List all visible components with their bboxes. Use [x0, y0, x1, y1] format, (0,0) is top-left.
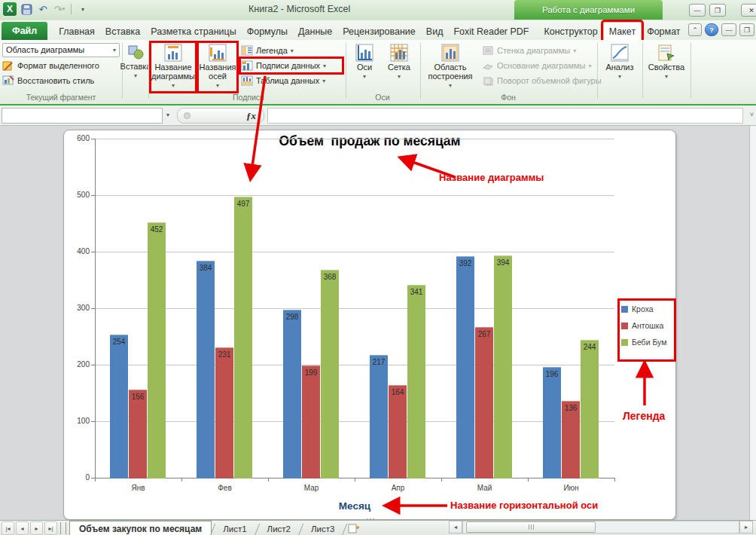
bar-антошка-июн[interactable]: [562, 401, 580, 478]
data-labels-button[interactable]: Подписи данных▾: [241, 59, 342, 72]
help-icon[interactable]: ?: [705, 23, 718, 36]
analysis-button[interactable]: Анализ ▾: [600, 43, 639, 81]
chart-element-selector[interactable]: Область диаграммы▾: [2, 43, 120, 57]
tab-макет[interactable]: Макет: [603, 22, 642, 40]
collapse-ribbon-icon[interactable]: ⌃: [688, 23, 702, 36]
scroll-right-icon[interactable]: ▸: [739, 521, 753, 533]
bar-беби-бум-июн[interactable]: [581, 340, 599, 478]
formula-input[interactable]: [267, 108, 743, 124]
axis-titles-button[interactable]: Названия осей ▾: [199, 43, 236, 91]
bar-кроха-фев[interactable]: [197, 261, 215, 478]
sheet-tab-лист3[interactable]: Лист3: [302, 521, 343, 535]
plot-area[interactable]: 0100200300400500600Янв254156452Фев384231…: [64, 130, 675, 519]
scroll-left-icon[interactable]: ◂: [449, 521, 462, 533]
chart-floor-button: Основание диаграммы▾: [482, 59, 591, 72]
gridline: [95, 195, 614, 196]
name-box[interactable]: [2, 108, 163, 124]
doc-minimize-button[interactable]: —: [721, 23, 736, 36]
vertical-scrollbar[interactable]: [749, 126, 756, 520]
quick-access-toolbar: X ↶ ↷▾ ▾: [3, 2, 90, 16]
bar-беби-бум-апр[interactable]: [407, 285, 425, 478]
bar-беби-бум-фев[interactable]: [234, 197, 252, 478]
data-table-button[interactable]: Таблица данных▾: [241, 74, 325, 87]
horizontal-scrollbar[interactable]: ◂ ▸: [449, 521, 753, 533]
tab-разметка-страницы[interactable]: Разметка страницы: [145, 23, 241, 40]
tab-главная[interactable]: Главная: [53, 23, 100, 40]
tab-вид[interactable]: Вид: [421, 23, 449, 40]
y-axis-tick-label: 0: [64, 473, 90, 482]
sheet-tab-лист1[interactable]: Лист1: [214, 521, 255, 535]
bar-кроха-май[interactable]: [456, 256, 474, 478]
close-button[interactable]: ✕: [741, 4, 756, 17]
x-axis-title[interactable]: Месяц: [320, 500, 389, 512]
tab-рецензирование[interactable]: Рецензирование: [337, 23, 421, 40]
bar-кроха-мар[interactable]: [283, 310, 301, 479]
chart-object[interactable]: Объем продаж по месяцам 0100200300400500…: [63, 130, 676, 520]
scrollbar-track[interactable]: [462, 521, 739, 533]
customize-qat-icon[interactable]: ▾: [76, 2, 90, 16]
gridline: [95, 139, 614, 139]
group-label-axes: Оси: [346, 93, 419, 102]
prev-sheet-icon[interactable]: ◂: [16, 521, 29, 535]
reset-style-button[interactable]: Восстановить стиль: [2, 74, 94, 87]
bar-беби-бум-янв[interactable]: [148, 222, 166, 478]
save-icon[interactable]: [20, 2, 33, 16]
legend-button[interactable]: Легенда▾: [241, 44, 294, 57]
tab-формат[interactable]: Формат: [642, 23, 685, 40]
excel-logo-icon[interactable]: X: [3, 2, 17, 16]
gridlines-button[interactable]: Сетка ▾: [383, 43, 416, 81]
tab-формулы[interactable]: Формулы: [242, 23, 293, 40]
tab-данные[interactable]: Данные: [293, 23, 337, 40]
insert-button[interactable]: Вставка ▾: [123, 42, 148, 81]
minimize-button[interactable]: —: [689, 4, 706, 17]
group-label-background: Фон: [420, 93, 596, 102]
last-sheet-icon[interactable]: ▸|: [44, 521, 57, 535]
plot-area-icon: [440, 43, 460, 63]
next-sheet-icon[interactable]: ▸: [30, 521, 43, 535]
formula-bar-handle[interactable]: [184, 112, 191, 119]
sheet-tab-лист2[interactable]: Лист2: [258, 521, 300, 535]
data-label: 136: [558, 404, 584, 412]
chart-wall-icon: [482, 44, 494, 57]
bar-антошка-мар[interactable]: [302, 365, 320, 478]
tab-strip: ГлавнаяВставкаРазметка страницыФормулыДа…: [53, 22, 685, 40]
data-label: 341: [404, 288, 429, 296]
bar-антошка-фев[interactable]: [215, 347, 233, 478]
expand-formula-bar-icon[interactable]: ˅: [750, 111, 754, 118]
doc-restore-button[interactable]: ❐: [739, 23, 754, 36]
data-label: 231: [212, 350, 237, 359]
bar-антошка-апр[interactable]: [389, 385, 407, 478]
sheet-tab-объем-закупок-по-месяцам[interactable]: Объем закупок по месяцам: [69, 521, 212, 535]
chart-title-button[interactable]: Название диаграммы ▾: [151, 43, 195, 91]
tab-вставка[interactable]: Вставка: [100, 23, 145, 40]
axes-button[interactable]: Оси ▾: [349, 43, 380, 81]
bar-беби-бум-мар[interactable]: [321, 270, 339, 478]
gridlines-icon: [389, 43, 409, 63]
first-sheet-icon[interactable]: |◂: [2, 521, 14, 535]
tab-foxit-reader-pdf[interactable]: Foxit Reader PDF: [448, 23, 534, 40]
bar-беби-бум-май[interactable]: [494, 255, 512, 479]
chart-wall-button: Стенка диаграммы▾: [482, 44, 576, 57]
scrollbar-thumb[interactable]: [466, 521, 596, 533]
tab-splitter[interactable]: [60, 522, 66, 534]
insert-sheet-icon[interactable]: [346, 521, 362, 535]
y-axis-tick-label: 500: [64, 191, 90, 199]
bar-кроха-апр[interactable]: [370, 355, 388, 478]
legend-icon: [241, 44, 253, 57]
format-selection-button[interactable]: Формат выделенного: [2, 59, 99, 72]
undo-icon[interactable]: ↶: [36, 2, 50, 16]
tab-конструктор[interactable]: Конструктор: [538, 23, 602, 40]
annotation-chart-title: Название диаграммы: [439, 172, 544, 183]
properties-button[interactable]: Свойства ▾: [645, 43, 687, 81]
bar-антошка-май[interactable]: [475, 327, 493, 478]
insert-function-icon[interactable]: ƒx: [246, 110, 256, 122]
x-axis-category-label: Май: [441, 484, 528, 492]
data-label: 497: [230, 200, 256, 208]
bar-антошка-янв[interactable]: [129, 390, 147, 478]
tab-file[interactable]: Файл: [2, 22, 47, 40]
bar-кроха-янв[interactable]: [110, 335, 128, 479]
bar-кроха-июн[interactable]: [543, 367, 561, 478]
name-box-dropdown-icon[interactable]: ▾: [162, 108, 174, 122]
restore-button[interactable]: ❐: [709, 4, 726, 17]
plot-area-button[interactable]: Область построения ▾: [423, 43, 477, 90]
